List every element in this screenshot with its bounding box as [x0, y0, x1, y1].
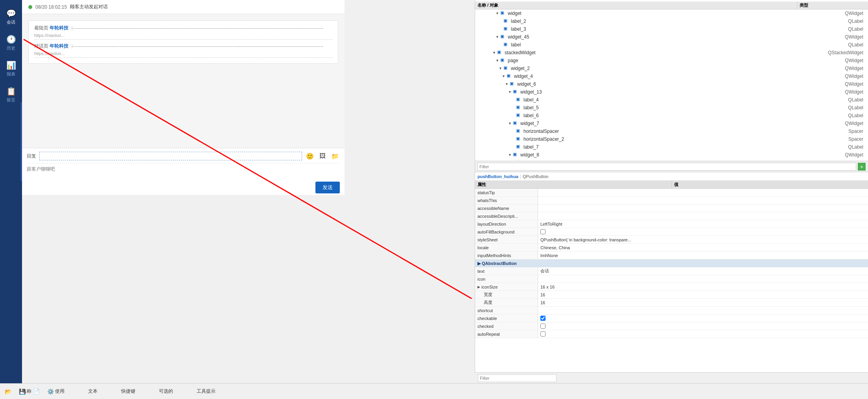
prop-row[interactable]: autoFillBackground: [475, 228, 868, 236]
filter-add-button[interactable]: +: [858, 163, 866, 171]
tree-row[interactable]: ▼ ▣ widget_13 QWidget: [475, 88, 868, 96]
status-dot: [28, 5, 32, 9]
prop-value-cell[interactable]: [538, 322, 868, 330]
properties-filter-input[interactable]: [477, 163, 856, 171]
tree-row[interactable]: ▼ ▣ widget_45 QWidget: [475, 33, 868, 41]
prop-value-cell[interactable]: ImhNone: [538, 252, 868, 259]
prop-value-cell[interactable]: LeftToRight: [538, 220, 868, 228]
tree-row[interactable]: ▣ label_6 QLabel: [475, 112, 868, 120]
tree-row[interactable]: ▣ label_2 QLabel: [475, 17, 868, 25]
tree-row-type: QWidget: [845, 58, 866, 63]
prop-value-cell[interactable]: [538, 314, 868, 322]
tree-row[interactable]: ▣ label_3 QLabel: [475, 25, 868, 33]
file-button[interactable]: 📁: [330, 151, 340, 161]
chat-header-time: 08/20 18:02:15: [35, 4, 67, 10]
brand-name-2: 年轮科技: [50, 43, 68, 49]
bottom-filter-bar: [475, 372, 868, 383]
prop-value-cell[interactable]: [538, 212, 868, 220]
tree-row-icon: ▣: [516, 136, 522, 142]
prop-value-cell[interactable]: [538, 330, 868, 338]
prop-value-cell[interactable]: [538, 228, 868, 235]
prop-row[interactable]: icon: [475, 275, 868, 283]
prop-section-header[interactable]: ▶ QAbstractButton: [475, 259, 868, 267]
input-bottom: 发送: [27, 166, 340, 193]
prop-value-cell[interactable]: 会话: [538, 267, 868, 275]
prop-value-cell[interactable]: 16: [538, 299, 868, 306]
tree-row[interactable]: ▣ horizontalSpacer Spacer: [475, 127, 868, 135]
prop-row[interactable]: styleSheet QPushButton{ \n background-co…: [475, 236, 868, 244]
prop-row[interactable]: locale Chinese, China: [475, 244, 868, 252]
reply-textarea[interactable]: [27, 166, 340, 180]
chat-icon: 💬: [6, 9, 16, 18]
tree-row[interactable]: ▼ ▣ widget_7 QWidget: [475, 120, 868, 127]
prop-row[interactable]: statusTip: [475, 189, 868, 197]
tree-row[interactable]: ▼ ▣ stackedWidget QStackedWidget: [475, 49, 868, 57]
prop-row[interactable]: checkable: [475, 314, 868, 322]
tree-row[interactable]: ▼ ▣ widget_4 QWidget: [475, 72, 868, 80]
prop-name-label: accessibleDescripti...: [477, 214, 518, 219]
prop-value-cell[interactable]: [538, 189, 868, 196]
properties-section-header: 属性 值: [475, 181, 868, 189]
tree-row[interactable]: ▣ label QLabel: [475, 41, 868, 49]
tree-row-type: QLabel: [848, 26, 866, 32]
prop-value-text: Chinese, China: [540, 245, 570, 250]
message-block-landing: 着陆页 年轮科技 |‒‒‒‒‒‒‒‒‒‒‒‒‒‒‒‒‒‒‒‒‒‒‒‒‒‒‒‒‒‒…: [28, 20, 338, 64]
tree-row[interactable]: ▼ ▣ widget_6 QWidget: [475, 80, 868, 88]
prop-value-cell[interactable]: 16: [538, 291, 868, 298]
tree-row-arrow: ▼: [508, 121, 513, 125]
tree-row-type: QLabel: [848, 18, 866, 24]
prop-value-cell[interactable]: Chinese, China: [538, 244, 868, 251]
tree-row[interactable]: ▼ ▣ widget_2 QWidget: [475, 64, 868, 72]
sidebar-label-history: 历史: [7, 45, 15, 51]
tree-row[interactable]: ▣ horizontalSpacer_2 Spacer: [475, 135, 868, 143]
tree-row[interactable]: ▣ label_7 QLabel: [475, 143, 868, 151]
sidebar-item-chat[interactable]: 💬 会话: [0, 4, 22, 30]
prop-row[interactable]: accessibleName: [475, 204, 868, 212]
prop-row[interactable]: autoRepeat: [475, 330, 868, 338]
props-col-name-header: 属性: [475, 181, 672, 188]
prop-row[interactable]: inputMethodHints ImhNone: [475, 252, 868, 259]
prop-checkbox[interactable]: [540, 229, 545, 234]
prop-value-cell[interactable]: [538, 307, 868, 314]
prop-value-cell[interactable]: QPushButton{ \n background-color: transp…: [538, 236, 868, 243]
tree-row[interactable]: ▣ label_5 QLabel: [475, 104, 868, 112]
tree-row-icon: ▣: [500, 34, 507, 40]
sidebar-item-reports[interactable]: 📊 报表: [0, 56, 22, 82]
prop-checkbox[interactable]: [540, 324, 545, 329]
prop-row[interactable]: accessibleDescripti...: [475, 212, 868, 220]
tree-row[interactable]: ▼ ▣ widget QWidget: [475, 9, 868, 17]
bottom-filter-input[interactable]: [478, 374, 557, 382]
prop-row[interactable]: whatsThis: [475, 197, 868, 204]
send-button[interactable]: 发送: [315, 182, 340, 193]
prop-row[interactable]: 宽度 16: [475, 291, 868, 299]
prop-row[interactable]: text 会话: [475, 267, 868, 275]
chat-header-title: 顾客主动发起对话: [70, 4, 108, 10]
prop-value-cell[interactable]: [538, 204, 868, 212]
prop-row[interactable]: layoutDirection LeftToRight: [475, 220, 868, 228]
tree-row-name: label: [511, 42, 848, 48]
emoji-button[interactable]: 🙂: [305, 151, 315, 161]
sidebar-item-history[interactable]: 🕐 历史: [0, 30, 22, 56]
prop-name-label: shortcut: [477, 308, 493, 313]
tree-row[interactable]: ▼ ▣ widget_8 QWidget: [475, 151, 868, 159]
prop-row[interactable]: 高度 16: [475, 299, 868, 307]
tree-row[interactable]: ▼ ▣ page QWidget: [475, 57, 868, 64]
tree-row-arrow: ▼: [496, 35, 500, 39]
tree-row-icon: ▣: [513, 89, 519, 95]
prop-row[interactable]: ▶ iconSize 16 x 16: [475, 283, 868, 291]
reply-input[interactable]: [39, 152, 302, 160]
prop-value-cell[interactable]: [538, 275, 868, 283]
prop-value-cell[interactable]: 16 x 16: [538, 283, 868, 291]
prop-checkbox[interactable]: [540, 316, 545, 321]
prop-value-text: 16: [540, 300, 545, 305]
image-button[interactable]: 🖼: [318, 151, 327, 161]
prop-row[interactable]: shortcut: [475, 307, 868, 314]
sidebar-item-messages[interactable]: 📋 留言: [0, 82, 22, 108]
toolbar-icon-open[interactable]: 📂: [4, 388, 12, 395]
prop-name-label: statusTip: [477, 190, 495, 195]
prop-row[interactable]: checked: [475, 322, 868, 330]
prop-value-cell[interactable]: [538, 197, 868, 204]
prop-checkbox[interactable]: [540, 331, 545, 336]
tree-row-icon: ▣: [503, 65, 510, 72]
tree-row[interactable]: ▣ label_4 QLabel: [475, 96, 868, 104]
